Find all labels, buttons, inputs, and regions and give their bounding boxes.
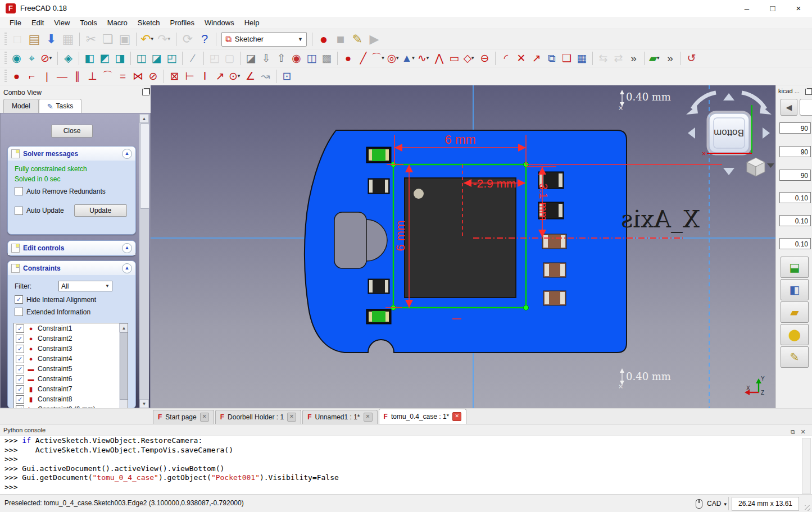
constrain-distance-x-button[interactable]: ⊢ [182, 69, 197, 84]
capacitor-component[interactable] [543, 263, 566, 277]
tab-tasks[interactable]: ✎Tasks [39, 99, 82, 113]
kicad-field-0[interactable]: 90 [779, 122, 811, 134]
create-conic-dropdown-icon[interactable]: ▼ [411, 56, 416, 61]
toolbar-handle[interactable] [4, 70, 7, 83]
navcube-menu-arrow[interactable] [767, 163, 774, 168]
auto-update-checkbox[interactable] [15, 207, 23, 215]
menu-help[interactable]: Help [239, 17, 265, 28]
view-bottom-button[interactable]: ◪ [149, 51, 164, 66]
view-left-button[interactable]: ◰ [164, 51, 179, 66]
create-bspline-dropdown-icon[interactable]: ▼ [425, 56, 430, 61]
collapse-chevron-icon[interactable]: ▲ [122, 149, 132, 159]
document-tab-3[interactable]: Ftomu_0.4_case : 1*✕ [379, 409, 467, 424]
macro-record-button[interactable]: ● [315, 31, 332, 48]
dim-offset-x-label[interactable]: -2.9 mm [473, 177, 516, 190]
constrain-vertical-button[interactable]: | [39, 69, 55, 84]
nav-left-arrow[interactable] [688, 127, 695, 139]
carbon-copy-button[interactable]: ❏ [559, 51, 574, 66]
scroll-down-icon[interactable]: ▼ [139, 399, 149, 408]
constrain-tangent-button[interactable]: ⌒ [100, 69, 115, 84]
overflow-1-button[interactable]: » [626, 51, 641, 66]
constraint-item[interactable]: ✓●Constraint1 [14, 323, 128, 333]
float-panel-icon[interactable] [142, 89, 149, 95]
constraint-item[interactable]: ✓●Constraint4 [14, 354, 128, 364]
trim-edge-button[interactable]: ✕ [514, 51, 529, 66]
redo-button[interactable]: ↷▼ [156, 31, 173, 48]
view-sketch-button[interactable]: ⇧ [274, 51, 289, 66]
constraint-checkbox[interactable]: ✓ [16, 335, 24, 343]
nav-right-arrow[interactable] [763, 127, 770, 139]
constraints-header[interactable]: Constraints ▲ [8, 261, 135, 275]
constrain-parallel-button[interactable]: ∥ [70, 69, 85, 84]
menu-view[interactable]: View [49, 17, 75, 28]
create-slot-button[interactable]: ⊖ [477, 51, 492, 66]
constrain-snell-button[interactable]: ↝ [258, 69, 273, 84]
menu-macro[interactable]: Macro [102, 17, 133, 28]
reorient-sketch-button[interactable]: ◫ [304, 51, 319, 66]
float-panel-icon[interactable]: ⧉ [788, 426, 797, 435]
constraint-checkbox[interactable]: ✓ [16, 365, 24, 373]
undo-dropdown-icon[interactable]: ▼ [150, 36, 155, 42]
constrain-symmetric-button[interactable]: ⋈ [130, 69, 146, 84]
export-database-button[interactable]: ⬤ [781, 324, 809, 345]
scrollbar-thumb[interactable] [140, 124, 149, 209]
close-button[interactable]: × [789, 2, 808, 15]
new-file-button[interactable]: □ [9, 31, 26, 48]
create-arc-button[interactable]: ⌒▼ [371, 51, 386, 66]
menu-profiles[interactable]: Profiles [165, 17, 199, 28]
kicad-field-3[interactable]: 0.10 [779, 192, 811, 203]
dim-offset-y-label[interactable]: 3.1 mm [537, 184, 550, 221]
auto-remove-checkbox[interactable] [15, 187, 23, 195]
close-panel-icon[interactable]: ✕ [799, 426, 808, 435]
view-right-button[interactable]: ◨ [112, 51, 128, 66]
constrain-horizontal-button[interactable]: ― [55, 69, 70, 84]
export-board-button[interactable]: ▰ [781, 301, 809, 323]
kicad-field-2[interactable]: 90 [779, 170, 811, 181]
kicad-field-5[interactable]: 0.10 [779, 238, 811, 249]
capacitor-component[interactable] [543, 291, 566, 305]
create-part-button[interactable]: ◰ [207, 51, 222, 66]
collapse-chevron-icon[interactable]: ▲ [122, 243, 132, 253]
x-axis-datum-label[interactable]: X_Axis [621, 205, 700, 233]
load-footprint-button[interactable]: ⬓ [781, 257, 809, 278]
clipping-plane-dropdown-icon[interactable]: ▼ [48, 56, 53, 61]
constrain-radius-button[interactable]: ⊙▼ [228, 69, 243, 84]
fit-all-button[interactable]: ◉ [9, 51, 24, 66]
hide-internal-checkbox[interactable]: ✓ [15, 295, 23, 304]
led-component[interactable] [366, 309, 391, 324]
navcube-mini-cube[interactable] [747, 158, 765, 176]
create-bspline-button[interactable]: ∿▼ [416, 51, 432, 66]
create-rectangle-button[interactable]: ▭ [447, 51, 462, 66]
print-button[interactable]: ▦ [60, 31, 76, 48]
create-line-button[interactable]: ╱ [356, 51, 371, 66]
maximize-button[interactable]: □ [763, 2, 782, 15]
view-rear-button[interactable]: ◫ [134, 51, 149, 66]
paste-button[interactable]: ▣ [116, 31, 133, 48]
kicad-field-4[interactable]: 0.10 [779, 215, 811, 226]
constraint-list-scrollbar[interactable]: ▲ ▼ [119, 323, 128, 422]
leave-sketch-button[interactable]: ⇩ [258, 51, 274, 66]
measure-distance-button[interactable]: ∕ [185, 51, 201, 66]
tab-model[interactable]: Model [3, 99, 39, 113]
constrain-point-on-object-button[interactable]: ⌐ [24, 69, 39, 84]
constrain-radius-dropdown-icon[interactable]: ▼ [237, 74, 242, 79]
nav-down-arrow[interactable] [723, 168, 734, 175]
open-file-button[interactable]: ▤ [26, 31, 43, 48]
toolbar-handle[interactable] [4, 33, 7, 46]
load-3d-models-button[interactable]: ◧ [781, 279, 809, 300]
document-tab-2[interactable]: FUnnamed1 : 1*✕ [302, 410, 377, 424]
navigation-style-dropdown[interactable]: CAD ▼ [707, 500, 728, 508]
create-sketch-button[interactable]: ◪ [243, 51, 258, 66]
edit-settings-button[interactable]: ✎ [781, 346, 809, 368]
float-panel-icon[interactable] [805, 89, 812, 95]
whats-this-button[interactable]: ? [196, 31, 213, 48]
create-conic-button[interactable]: ▲▼ [401, 51, 416, 66]
view-axonometric-button[interactable]: ◈ [61, 51, 76, 66]
map-sketch-button[interactable]: ◉ [289, 51, 304, 66]
view-top-button[interactable]: ◩ [97, 51, 112, 66]
refresh-button[interactable]: ⟳ [179, 31, 196, 48]
overflow-2-button[interactable]: » [663, 51, 678, 66]
save-file-button[interactable]: ⬇ [43, 31, 60, 48]
update-button[interactable]: Update [74, 204, 127, 217]
constrain-equal-button[interactable]: = [115, 69, 130, 84]
